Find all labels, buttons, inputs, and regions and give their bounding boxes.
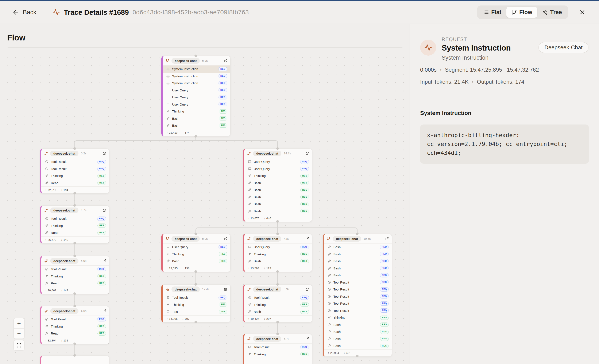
node-row[interactable]: Tool ResultREQ — [324, 300, 392, 307]
view-toggle-flow[interactable]: Flow — [506, 7, 537, 18]
node-row[interactable]: Tool ResultREQ — [41, 266, 109, 273]
open-node-button[interactable] — [306, 288, 309, 291]
node-row[interactable]: ThinkingRES — [41, 172, 109, 179]
node-row[interactable]: ThinkingRES — [163, 108, 230, 115]
flow-canvas[interactable]: Flow — [0, 25, 410, 364]
close-button[interactable] — [578, 7, 587, 17]
node-row[interactable]: TextRES — [163, 308, 230, 315]
node-row[interactable]: User QueryREQ — [244, 158, 312, 165]
node-row[interactable]: Tool ResultREQ — [244, 344, 312, 351]
open-node-button[interactable] — [306, 152, 309, 155]
open-node-button[interactable] — [224, 59, 227, 62]
node-card-a4[interactable]: deepseek-chat4.6sTool ResultREQThinkingR… — [40, 306, 109, 344]
node-row[interactable]: BashRES — [324, 328, 392, 335]
node-row[interactable]: ThinkingRES — [244, 351, 312, 358]
node-card-a2[interactable]: deepseek-chat4.7sTool ResultREQThinkingR… — [40, 205, 109, 244]
node-row[interactable]: User QueryREQ — [163, 87, 230, 94]
node-row[interactable]: ReadRES — [41, 179, 109, 187]
node-row[interactable]: System InstructionREQ — [163, 80, 230, 87]
node-card-d1[interactable]: deepseek-chat17.4sTool ResultREQThinking… — [161, 284, 230, 322]
open-node-button[interactable] — [103, 309, 106, 313]
node-row[interactable]: Tool ResultREQ — [41, 165, 109, 172]
row-label: User Query — [254, 167, 270, 171]
node-row[interactable]: BashRES — [244, 201, 312, 208]
node-row[interactable]: ThinkingRES — [244, 301, 312, 308]
node-row[interactable]: BashRES — [163, 115, 230, 122]
node-card-root[interactable]: deepseek-chat6.9sSystem InstructionREQSy… — [161, 56, 230, 136]
node-row[interactable]: BashRES — [244, 194, 312, 201]
node-row[interactable]: ReadRES — [41, 229, 109, 236]
node-row[interactable]: ThinkingRES — [163, 251, 230, 258]
node-row[interactable]: ThinkingRES — [41, 273, 109, 280]
node-row[interactable]: Tool ResultREQ — [41, 316, 109, 323]
node-card-c3[interactable]: deepseek-chat10.8sBashREQBashREQBashREQB… — [323, 234, 392, 357]
back-button[interactable]: Back — [12, 9, 36, 16]
node-row[interactable]: BashREQ — [324, 258, 392, 265]
node-row[interactable]: User QueryREQ — [163, 244, 230, 251]
node-card-c1[interactable]: deepseek-chat5.0sUser QueryREQThinkingRE… — [161, 234, 230, 272]
node-row[interactable]: ThinkingRES — [244, 172, 312, 179]
node-card-a1[interactable]: deepseek-chat5.2sTool ResultREQTool Resu… — [40, 149, 109, 194]
open-node-button[interactable] — [306, 337, 309, 340]
view-toggle-flat[interactable]: Flat — [478, 7, 506, 18]
node-row[interactable]: BashREQ — [324, 251, 392, 258]
open-node-button[interactable] — [103, 209, 106, 212]
open-node-button[interactable] — [224, 288, 227, 291]
node-row[interactable]: User QueryREQ — [163, 101, 230, 108]
node-row[interactable]: Tool ResultREQ — [324, 279, 392, 286]
open-node-button[interactable] — [306, 237, 309, 240]
node-row[interactable]: BashRES — [244, 179, 312, 187]
node-row[interactable]: User QueryREQ — [244, 165, 312, 172]
node-row[interactable]: Tool ResultREQ — [163, 294, 230, 301]
node-card-d2[interactable]: deepseek-chat5.9sTool ResultREQThinkingR… — [243, 284, 312, 322]
node-row[interactable]: System InstructionREQ — [163, 73, 230, 80]
node-row[interactable]: ThinkingRES — [41, 323, 109, 330]
req-badge: REQ — [219, 95, 227, 99]
node-row[interactable]: BashRES — [163, 258, 230, 265]
node-card-c2[interactable]: deepseek-chat4.8sUser QueryREQThinkingRE… — [243, 234, 312, 272]
node-row[interactable]: User QueryREQ — [244, 244, 312, 251]
node-row[interactable]: Tool ResultREQ — [324, 293, 392, 300]
node-row[interactable]: Tool ResultREQ — [244, 294, 312, 301]
node-row[interactable]: BashRES — [163, 122, 230, 129]
node-card-a5[interactable] — [40, 355, 109, 364]
node-row[interactable]: BashRES — [324, 335, 392, 343]
node-card-d3[interactable]: deepseek-chat5.7sTool ResultREQThinkingR… — [243, 334, 312, 364]
zoom-in-button[interactable]: + — [14, 318, 24, 328]
node-card-a3[interactable]: deepseek-chat5.0sTool ResultREQThinkingR… — [40, 256, 109, 294]
node-row[interactable]: Tool ResultREQ — [324, 307, 392, 314]
node-row[interactable]: ThinkingRES — [163, 301, 230, 308]
node-row[interactable]: Tool ResultREQ — [324, 286, 392, 293]
node-row[interactable]: BashREQ — [324, 244, 392, 251]
node-row[interactable]: System InstructionREQ — [163, 66, 230, 73]
view-toggle-tree[interactable]: Tree — [537, 7, 567, 18]
node-row[interactable]: Tool ResultREQ — [41, 158, 109, 165]
req-badge: REQ — [380, 273, 389, 277]
fullscreen-button[interactable] — [14, 340, 25, 350]
node-row[interactable]: ReadRES — [41, 280, 109, 287]
node-row[interactable]: BashRES — [244, 186, 312, 194]
node-row[interactable]: ThinkingRES — [41, 222, 109, 229]
node-row[interactable]: BashRES — [324, 321, 392, 328]
node-row[interactable]: BashRES — [244, 308, 312, 315]
node-row[interactable]: ReadRES — [41, 330, 109, 337]
node-row[interactable]: BashRES — [324, 342, 392, 349]
node-row[interactable]: BashRES — [244, 258, 312, 265]
node-row[interactable]: User QueryREQ — [163, 94, 230, 101]
open-node-button[interactable] — [103, 259, 106, 262]
open-node-button[interactable] — [385, 237, 389, 240]
node-card-b[interactable]: deepseek-chat14.7sUser QueryREQUser Quer… — [243, 149, 312, 222]
node-row[interactable]: Tool ResultREQ — [41, 215, 109, 222]
node-row[interactable]: BashREQ — [324, 265, 392, 272]
node-row[interactable]: ThinkingRES — [324, 314, 392, 321]
zoom-out-button[interactable]: − — [14, 328, 24, 339]
open-node-button[interactable] — [224, 237, 227, 240]
open-node-button[interactable] — [103, 152, 106, 155]
node-header: deepseek-chat4.8s — [244, 234, 312, 244]
node-token-footer: ↑19,424↓207 — [244, 315, 312, 322]
arrow-up-icon: ↑ — [45, 339, 47, 342]
node-row[interactable]: ThinkingRES — [244, 251, 312, 258]
sparkle-icon — [45, 224, 48, 227]
node-row[interactable]: BashREQ — [324, 272, 392, 279]
node-row[interactable]: BashRES — [244, 208, 312, 215]
